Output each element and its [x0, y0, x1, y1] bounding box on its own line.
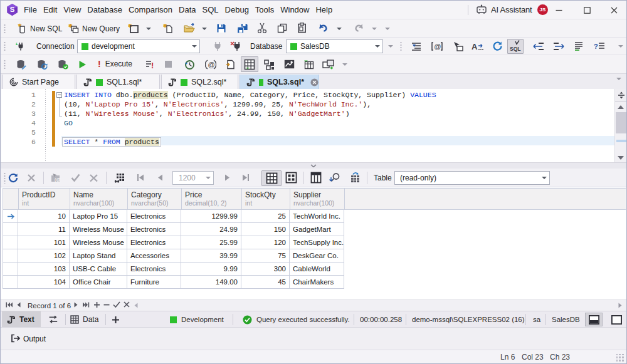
- connect-button[interactable]: [213, 41, 222, 51]
- bind-parameters-button[interactable]: @: [205, 60, 216, 70]
- format-settings-button[interactable]: ?: [594, 41, 605, 51]
- cell-stockqty[interactable]: 75: [241, 249, 290, 263]
- menu-item-sql[interactable]: SQL: [199, 1, 222, 19]
- column-header-price[interactable]: Pricedecimal(10, 2): [182, 189, 242, 209]
- menu-item-view[interactable]: View: [60, 1, 84, 19]
- menu-item-debug[interactable]: Debug: [222, 1, 252, 19]
- new-window-dropdown[interactable]: [146, 28, 151, 30]
- toolbar-overflow-dropdown[interactable]: [385, 28, 390, 30]
- change-case-button[interactable]: A: [472, 41, 483, 51]
- scroll-up-arrow[interactable]: [618, 105, 624, 109]
- cell-productid[interactable]: 11: [18, 223, 70, 236]
- column-header-category[interactable]: Categorynvarchar(50): [128, 189, 182, 209]
- cell-productid[interactable]: 101: [18, 236, 70, 249]
- find-in-results-button[interactable]: [329, 172, 340, 184]
- column-header-name[interactable]: Namenvarchar(100): [70, 189, 128, 209]
- run-button[interactable]: [78, 60, 87, 69]
- execute-button[interactable]: ! Execute: [98, 59, 132, 69]
- column-header-productid[interactable]: ProductIDint: [19, 189, 70, 209]
- cell-category[interactable]: Accessories: [127, 249, 181, 263]
- cell-name[interactable]: USB-C Cable: [70, 263, 127, 276]
- refresh-connection-button[interactable]: [37, 60, 48, 70]
- cut-button[interactable]: [257, 23, 267, 34]
- output-icon[interactable]: [11, 333, 21, 343]
- row-indicator-cell[interactable]: [3, 249, 18, 263]
- database-select[interactable]: SalesDB: [286, 39, 383, 53]
- cell-price[interactable]: 1299.99: [181, 210, 241, 223]
- validate-sql-button[interactable]: SQL: [507, 39, 524, 54]
- menu-item-window[interactable]: Window: [277, 1, 312, 19]
- first-page-button[interactable]: [137, 174, 144, 182]
- fit-columns-button[interactable]: [114, 173, 125, 184]
- document-tab-sql3-sql[interactable]: SQL3.sql*: [240, 75, 319, 90]
- copy-button[interactable]: [277, 23, 287, 33]
- cell-name[interactable]: Office Chair: [70, 276, 127, 289]
- menu-item-database[interactable]: Database: [84, 1, 125, 19]
- toolbar-grip[interactable]: [4, 41, 6, 51]
- delete-record-button[interactable]: [103, 301, 110, 308]
- cell-stockqty[interactable]: 300: [241, 263, 290, 276]
- connection-select[interactable]: development: [77, 39, 200, 53]
- connection-overflow-dropdown[interactable]: [388, 45, 393, 48]
- save-button[interactable]: [216, 23, 226, 33]
- card-view-button[interactable]: [285, 172, 297, 184]
- redo-button[interactable]: [354, 23, 364, 33]
- row-indicator-cell[interactable]: [3, 210, 18, 223]
- new-window-button[interactable]: ✱: [128, 23, 139, 34]
- execute-overflow-dropdown[interactable]: [342, 63, 347, 66]
- close-button[interactable]: [604, 3, 623, 17]
- cell-price[interactable]: 149.00: [181, 276, 241, 289]
- cell-stockqty[interactable]: 120: [241, 236, 290, 249]
- cell-price[interactable]: 9.99: [181, 263, 241, 276]
- pivot-view-button[interactable]: [310, 172, 322, 184]
- scroll-down-arrow[interactable]: [618, 156, 624, 160]
- row-indicator-cell[interactable]: [3, 276, 18, 289]
- next-record-button[interactable]: [74, 302, 78, 308]
- show-results-button[interactable]: [241, 56, 258, 72]
- grid-view-button[interactable]: [261, 170, 282, 186]
- scrollbar-thumb[interactable]: [616, 112, 627, 133]
- save-all-button[interactable]: [237, 23, 248, 34]
- check-connection-button[interactable]: [58, 60, 68, 70]
- menu-item-comparison[interactable]: Comparison: [125, 1, 176, 19]
- cell-category[interactable]: Furniture: [127, 276, 181, 289]
- column-header-supplier[interactable]: Suppliernvarchar(100): [290, 189, 345, 209]
- column-header-stockqty[interactable]: StockQtyint: [242, 189, 290, 209]
- cell-supplier[interactable]: TechWorld Inc.: [290, 210, 344, 223]
- menu-item-tools[interactable]: Tools: [252, 1, 277, 19]
- disconnect-button[interactable]: [230, 41, 241, 51]
- cell-name[interactable]: Laptop Stand: [70, 249, 127, 263]
- post-edit-button[interactable]: [113, 301, 120, 308]
- document-tab-start-page[interactable]: Start Page: [3, 75, 75, 90]
- cell-price[interactable]: 39.99: [181, 249, 241, 263]
- single-view-button[interactable]: [608, 313, 625, 326]
- decrease-indent-button[interactable]: [532, 42, 544, 51]
- menu-item-data[interactable]: Data: [176, 1, 199, 19]
- cell-supplier[interactable]: GadgetMart: [290, 223, 344, 236]
- query-plan-button[interactable]: [264, 60, 275, 70]
- cell-category[interactable]: Electronics: [127, 263, 181, 276]
- toolbar-grip[interactable]: [4, 60, 6, 70]
- layout-switch-button[interactable]: [322, 60, 334, 70]
- commit-changes-button[interactable]: (@): [50, 173, 61, 183]
- stop-refresh-button[interactable]: [27, 174, 36, 182]
- cancel-edit-button[interactable]: [124, 301, 130, 308]
- cell-supplier[interactable]: ChairMakers: [290, 276, 344, 289]
- close-tab-button[interactable]: [310, 78, 319, 86]
- refresh-code-completion-button[interactable]: [492, 41, 503, 51]
- page-size-select[interactable]: 1200: [172, 171, 214, 185]
- cell-stockqty[interactable]: 25: [241, 210, 290, 223]
- editor-scrollbar[interactable]: [614, 89, 627, 162]
- cell-stockqty[interactable]: 45: [241, 276, 290, 289]
- toolbar-grip[interactable]: [400, 41, 402, 51]
- next-page-button[interactable]: [224, 174, 231, 182]
- cell-productid[interactable]: 103: [18, 263, 70, 276]
- menu-item-help[interactable]: Help: [312, 1, 335, 19]
- apply-changes-button[interactable]: [71, 174, 80, 182]
- document-tab-sql1-sql[interactable]: SQL1.sql*: [76, 75, 160, 90]
- go-to-line-button[interactable]: [411, 41, 422, 51]
- format-overflow-dropdown[interactable]: [618, 45, 623, 48]
- paste-button[interactable]: [297, 23, 307, 33]
- cell-category[interactable]: Electronics: [127, 236, 181, 249]
- code-fold-toggle[interactable]: [56, 92, 62, 98]
